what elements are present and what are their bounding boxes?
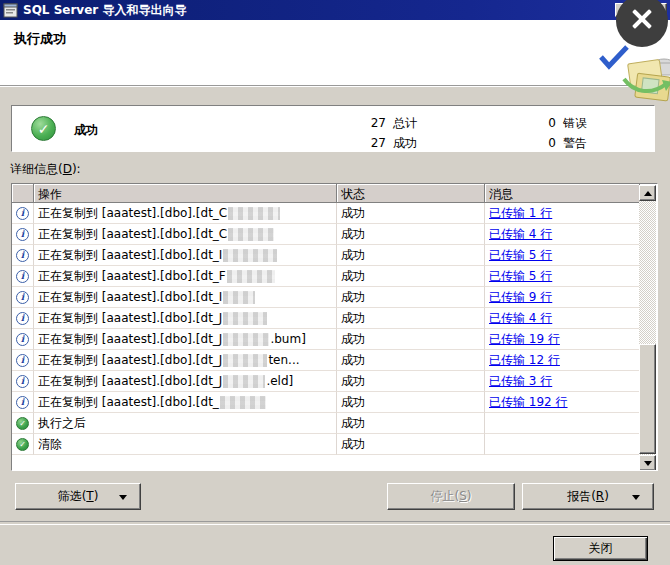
transferred-rows-link[interactable]: 已传输 9 行 — [489, 289, 552, 306]
info-icon: i — [16, 333, 29, 346]
column-header-operation[interactable]: 操作 — [34, 184, 337, 203]
app-icon — [3, 3, 18, 18]
success-label: 成功 — [393, 133, 417, 153]
redacted-text — [220, 396, 266, 409]
status-cell: 成功 — [337, 224, 485, 245]
page-title: 执行成功 — [14, 30, 66, 48]
scroll-down-button[interactable] — [639, 455, 656, 471]
import-export-wizard-dialog: SQL Server 导入和导出向导 ✕ 执行成功 — [0, 0, 670, 565]
message-cell: 已传输 4 行 — [485, 308, 640, 329]
table-row[interactable]: i正在复制到 [aaatest].[dbo].[dt_成功已传输 192 行 — [12, 392, 657, 413]
error-label: 错误 — [563, 113, 587, 133]
transferred-rows-link[interactable]: 已传输 192 行 — [489, 394, 568, 411]
summary-panel: ✓ 成功 27总计 27成功 0错误 0警告 — [11, 105, 655, 152]
status-cell: 成功 — [337, 371, 485, 392]
warning-count: 0 — [534, 133, 556, 153]
titlebar: SQL Server 导入和导出向导 ✕ — [0, 0, 670, 20]
status-cell: 成功 — [337, 287, 485, 308]
table-row[interactable]: i正在复制到 [aaatest].[dbo].[dt_J.eld]成功已传输 3… — [12, 371, 657, 392]
info-icon: i — [16, 249, 29, 262]
success-status-icon: ✓ — [31, 116, 56, 141]
footer-separator — [0, 521, 670, 525]
table-row[interactable]: i正在复制到 [aaatest].[dbo].[dt_J成功已传输 4 行 — [12, 308, 657, 329]
stop-button: 停止(S) — [387, 483, 515, 510]
table-row[interactable]: i正在复制到 [aaatest].[dbo].[dt_J.bum]成功已传输 1… — [12, 329, 657, 350]
dropdown-icon — [119, 495, 127, 500]
info-icon: i — [16, 396, 29, 409]
message-cell: 已传输 19 行 — [485, 329, 640, 350]
table-row[interactable]: i正在复制到 [aaatest].[dbo].[dt_Jten...成功已传输 … — [12, 350, 657, 371]
summary-status-label: 成功 — [74, 122, 98, 139]
message-cell: 已传输 5 行 — [485, 245, 640, 266]
details-label: 详细信息(D): — [10, 161, 81, 178]
status-cell: 成功 — [337, 392, 485, 413]
status-cell: 成功 — [337, 266, 485, 287]
filter-button[interactable]: 筛选(T) — [15, 483, 141, 510]
operation-cell: 执行之后 — [34, 413, 337, 434]
operation-cell: 正在复制到 [aaatest].[dbo].[dt_I — [34, 287, 337, 308]
scroll-up-button[interactable] — [639, 185, 656, 201]
info-icon: i — [16, 312, 29, 325]
grid-body: i正在复制到 [aaatest].[dbo].[dt_C成功已传输 1 行i正在… — [12, 203, 657, 455]
column-header-icon[interactable] — [12, 184, 34, 203]
table-row[interactable]: i正在复制到 [aaatest].[dbo].[dt_I成功已传输 9 行 — [12, 287, 657, 308]
table-row[interactable]: i正在复制到 [aaatest].[dbo].[dt_F成功已传输 5 行 — [12, 266, 657, 287]
message-cell: 已传输 9 行 — [485, 287, 640, 308]
redacted-text — [228, 207, 280, 220]
dropdown-icon — [632, 495, 640, 500]
close-dialog-button[interactable]: 关闭 — [553, 536, 648, 561]
operation-cell: 正在复制到 [aaatest].[dbo].[dt_J — [34, 308, 337, 329]
table-row[interactable]: i正在复制到 [aaatest].[dbo].[dt_I成功已传输 5 行 — [12, 245, 657, 266]
transferred-rows-link[interactable]: 已传输 3 行 — [489, 373, 552, 390]
column-header-message[interactable]: 消息 — [485, 184, 640, 203]
status-cell: 成功 — [337, 350, 485, 371]
report-button[interactable]: 报告(R) — [522, 483, 654, 510]
summary-counts-right: 0错误 0警告 — [534, 113, 587, 153]
transferred-rows-link[interactable]: 已传输 4 行 — [489, 226, 552, 243]
redacted-text — [223, 354, 267, 367]
info-icon: i — [16, 354, 29, 367]
status-cell: 成功 — [337, 245, 485, 266]
transferred-rows-link[interactable]: 已传输 1 行 — [489, 205, 552, 222]
transferred-rows-link[interactable]: 已传输 12 行 — [489, 352, 560, 369]
info-icon: i — [16, 270, 29, 283]
scroll-down-icon — [644, 461, 652, 466]
message-cell: 已传输 5 行 — [485, 266, 640, 287]
window-title: SQL Server 导入和导出向导 — [23, 2, 186, 19]
message-cell: 已传输 192 行 — [485, 392, 640, 413]
scroll-up-icon — [644, 191, 652, 196]
operation-cell: 清除 — [34, 434, 337, 455]
redacted-text — [228, 228, 274, 241]
operation-cell: 正在复制到 [aaatest].[dbo].[dt_J.bum] — [34, 329, 337, 350]
status-cell: 成功 — [337, 329, 485, 350]
total-count: 27 — [364, 113, 386, 133]
redacted-text — [223, 375, 265, 388]
transferred-rows-link[interactable]: 已传输 4 行 — [489, 310, 552, 327]
transferred-rows-link[interactable]: 已传输 5 行 — [489, 268, 552, 285]
operation-cell: 正在复制到 [aaatest].[dbo].[dt_C — [34, 224, 337, 245]
table-row[interactable]: i正在复制到 [aaatest].[dbo].[dt_C成功已传输 4 行 — [12, 224, 657, 245]
info-icon: i — [16, 228, 29, 241]
info-icon: i — [16, 207, 29, 220]
redacted-text — [223, 291, 255, 304]
scrollbar-thumb[interactable] — [639, 344, 656, 454]
transferred-rows-link[interactable]: 已传输 19 行 — [489, 331, 560, 348]
message-cell — [485, 413, 640, 434]
vertical-scrollbar[interactable] — [639, 185, 656, 471]
message-cell — [485, 434, 640, 455]
operation-cell: 正在复制到 [aaatest].[dbo].[dt_ — [34, 392, 337, 413]
total-label: 总计 — [393, 113, 417, 133]
table-row[interactable]: i正在复制到 [aaatest].[dbo].[dt_C成功已传输 1 行 — [12, 203, 657, 224]
table-row[interactable]: ✓清除成功 — [12, 434, 657, 455]
message-cell: 已传输 1 行 — [485, 203, 640, 224]
status-cell: 成功 — [337, 413, 485, 434]
redacted-text — [227, 270, 275, 283]
transferred-rows-link[interactable]: 已传输 5 行 — [489, 247, 552, 264]
success-icon: ✓ — [16, 417, 29, 430]
column-header-status[interactable]: 状态 — [337, 184, 485, 203]
message-cell: 已传输 4 行 — [485, 224, 640, 245]
info-icon: i — [16, 291, 29, 304]
table-row[interactable]: ✓执行之后成功 — [12, 413, 657, 434]
redacted-text — [223, 333, 269, 346]
warning-label: 警告 — [563, 133, 587, 153]
